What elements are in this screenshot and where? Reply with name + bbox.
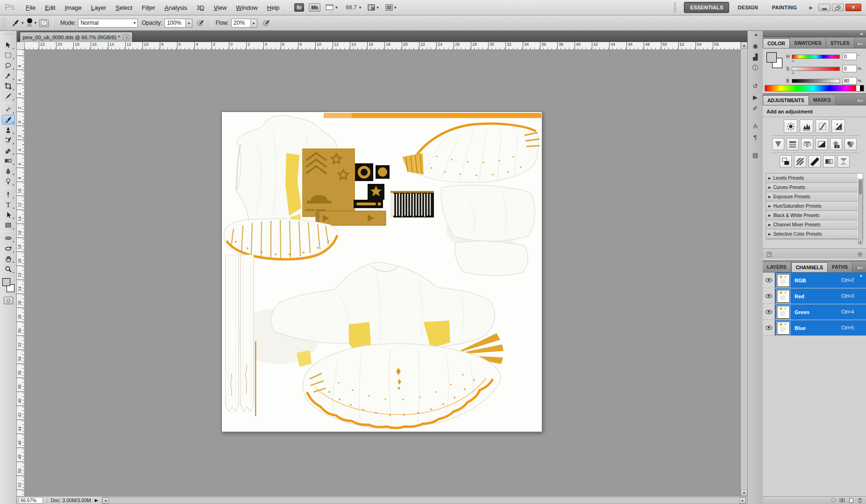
scroll-right-icon[interactable]: ▸ xyxy=(739,497,746,504)
document-tab[interactable]: pew_00_ub_0090.dds @ 66.7% (RGB/8) * x xyxy=(20,32,133,42)
screen-mode-button[interactable]: ▾ xyxy=(385,4,397,11)
preset-exposure-presets[interactable]: ▶Exposure Presets xyxy=(766,192,858,202)
save-selection-button[interactable] xyxy=(839,497,845,504)
type-tool[interactable]: T xyxy=(2,200,15,210)
launch-bridge-button[interactable]: Br xyxy=(294,3,304,12)
collapse-panels-icon[interactable]: ▸▸ xyxy=(763,31,866,37)
gradient-map-adjustment-icon[interactable] xyxy=(823,155,835,168)
preset-channel-mixer-presets[interactable]: ▶Channel Mixer Presets xyxy=(766,220,858,230)
menu-layer[interactable]: Layer xyxy=(86,2,111,13)
blur-tool[interactable] xyxy=(2,166,15,176)
path-selection-tool[interactable] xyxy=(2,210,15,220)
new-channel-button[interactable] xyxy=(848,497,854,504)
preset-black-white-presets[interactable]: ▶Black & White Presets xyxy=(766,211,858,220)
character-panel-icon[interactable]: A xyxy=(750,121,761,131)
preset-hue-saturation-presets[interactable]: ▶Hue/Saturation Presets xyxy=(766,202,858,211)
exposure-adjustment-icon[interactable] xyxy=(831,119,845,133)
launch-mini-bridge-button[interactable]: Mb xyxy=(309,3,320,12)
threshold-adjustment-icon[interactable] xyxy=(809,155,821,168)
pen-tool[interactable] xyxy=(2,189,15,199)
channel-content[interactable]: RedCtrl+3 xyxy=(775,288,866,304)
brush-tip-preview[interactable]: 20 xyxy=(27,18,32,28)
panel-menu-icon[interactable]: ▾≡ xyxy=(858,98,866,105)
document-canvas[interactable] xyxy=(221,112,542,432)
disclosure-triangle-icon[interactable]: ▶ xyxy=(768,176,771,180)
brush-preview-dropdown-icon[interactable]: ▾ xyxy=(35,21,37,25)
tool-presets-panel-icon[interactable]: ✐ xyxy=(750,103,761,113)
disclosure-triangle-icon[interactable]: ▶ xyxy=(768,195,771,199)
tools-panel-grip[interactable] xyxy=(3,33,14,36)
hue-slider[interactable] xyxy=(792,55,840,59)
brush-preset-picker[interactable]: ▾ xyxy=(8,19,26,27)
channel-visibility-cell[interactable] xyxy=(763,273,775,288)
channel-row-green[interactable]: GreenCtrl+4 xyxy=(763,304,866,320)
rectangle-shape-tool[interactable] xyxy=(2,220,15,230)
disclosure-triangle-icon[interactable]: ▶ xyxy=(768,223,771,227)
color-tab-styles[interactable]: STYLES xyxy=(826,38,854,48)
expand-dock-icon[interactable]: ◂◂ xyxy=(754,33,756,37)
photo-filter-adjustment-icon[interactable] xyxy=(830,138,842,150)
channel-visibility-cell[interactable] xyxy=(763,288,775,304)
toggle-brush-panel-button[interactable] xyxy=(39,19,49,27)
presets-scrollbar[interactable]: ▼ xyxy=(858,179,863,245)
channel-row-red[interactable]: RedCtrl+3 xyxy=(763,288,866,304)
saturation-slider-thumb[interactable] xyxy=(791,71,795,74)
menu-file[interactable]: File xyxy=(21,2,40,13)
panel-menu-icon[interactable]: ▾≡ xyxy=(858,42,866,48)
menu-window[interactable]: Window xyxy=(231,2,262,13)
actions-panel-icon[interactable]: ▶ xyxy=(750,92,761,102)
workspace-design[interactable]: DESIGN xyxy=(732,2,763,13)
color-tab-color[interactable]: COLOR xyxy=(763,38,790,48)
document-close-icon[interactable]: x xyxy=(123,35,129,40)
flow-slider-button[interactable]: ▸ xyxy=(251,19,257,28)
gradient-tool[interactable] xyxy=(2,156,15,166)
channels-tab-channels[interactable]: CHANNELS xyxy=(791,262,828,272)
black-white-adjustment-icon[interactable] xyxy=(816,138,828,150)
blend-mode-select[interactable]: Normal ▾ xyxy=(78,19,138,28)
workspace-overflow-button[interactable]: » xyxy=(809,4,812,11)
foreground-color-swatch[interactable] xyxy=(2,278,10,286)
spot-healing-brush-tool[interactable] xyxy=(2,105,15,114)
menu-select[interactable]: Select xyxy=(111,2,137,13)
canvas-viewport[interactable] xyxy=(25,50,740,496)
menu-image[interactable]: Image xyxy=(60,2,86,13)
disclosure-triangle-icon[interactable]: ▶ xyxy=(768,232,771,236)
layer-comps-panel-icon[interactable]: ▤ xyxy=(750,150,761,160)
dodge-tool[interactable] xyxy=(2,176,15,186)
disclosure-triangle-icon[interactable]: ▶ xyxy=(768,186,771,189)
vertical-scrollbar[interactable]: ▲ ▼ xyxy=(740,42,747,496)
3d-object-rotate-tool[interactable] xyxy=(2,233,15,243)
options-bar-grip[interactable] xyxy=(2,17,7,29)
eraser-tool[interactable] xyxy=(2,146,15,155)
curves-adjustment-icon[interactable] xyxy=(816,119,829,133)
hand-tool[interactable] xyxy=(2,254,15,264)
close-button[interactable]: × xyxy=(845,4,861,11)
invert-adjustment-icon[interactable] xyxy=(780,155,792,168)
quick-mask-button[interactable] xyxy=(4,297,13,304)
brush-tool[interactable] xyxy=(2,115,15,125)
panel-menu-icon[interactable]: ▾≡ xyxy=(858,266,866,272)
brightness-slider[interactable] xyxy=(792,79,840,83)
hue-saturation-adjustment-icon[interactable] xyxy=(787,138,799,150)
clone-stamp-tool[interactable] xyxy=(2,125,15,135)
view-extras-button[interactable]: ▾ xyxy=(326,4,338,11)
lasso-tool[interactable] xyxy=(2,61,15,70)
levels-adjustment-icon[interactable] xyxy=(800,119,813,133)
flow-field[interactable]: 20% xyxy=(231,19,251,28)
posterize-adjustment-icon[interactable] xyxy=(794,155,806,168)
menu-filter[interactable]: Filter xyxy=(137,2,160,13)
menu-3d[interactable]: 3D xyxy=(192,2,209,13)
rectangular-marquee-tool[interactable] xyxy=(2,50,15,60)
preset-selective-color-presets[interactable]: ▶Selective Color Presets xyxy=(766,230,858,239)
navigator-panel-icon[interactable]: ◉ xyxy=(750,41,761,51)
workspace-essentials[interactable]: ESSENTIALS xyxy=(684,2,729,13)
color-tab-swatches[interactable]: SWATCHES xyxy=(790,38,826,48)
eye-icon[interactable] xyxy=(766,278,772,282)
channel-content[interactable]: BlueCtrl+5 xyxy=(775,320,866,336)
menu-view[interactable]: View xyxy=(209,2,231,13)
status-zoom-field[interactable]: 66.67% xyxy=(19,497,43,504)
brightness-value-input[interactable] xyxy=(843,77,857,84)
zoom-level-field[interactable]: 66.7 xyxy=(346,4,356,11)
airbrush-toggle-icon[interactable] xyxy=(262,19,270,27)
history-brush-tool[interactable] xyxy=(2,135,15,145)
